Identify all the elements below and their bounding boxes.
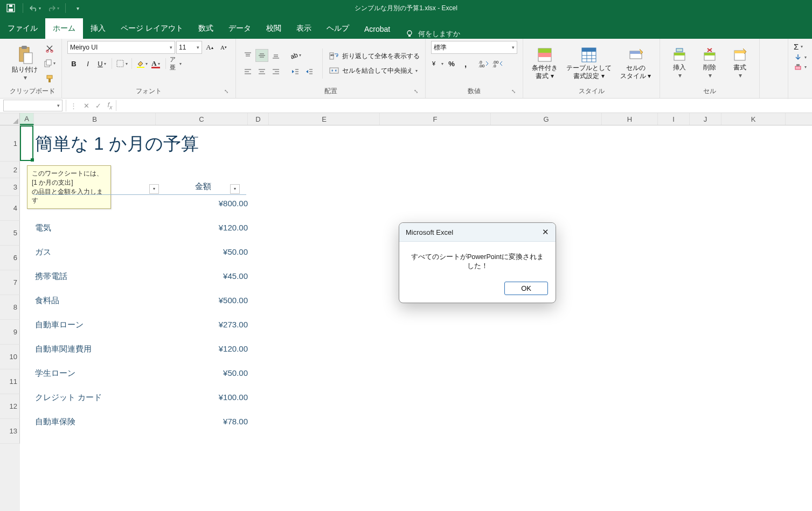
italic-icon[interactable]: I bbox=[81, 57, 94, 70]
row-header[interactable]: 5 bbox=[0, 221, 20, 246]
align-center-icon[interactable] bbox=[255, 65, 268, 78]
tab-page-layout[interactable]: ページ レイアウト bbox=[113, 18, 191, 39]
svg-rect-15 bbox=[137, 67, 144, 68]
delete-cells-button[interactable]: 削除▾ bbox=[696, 46, 724, 80]
formula-input[interactable] bbox=[116, 100, 812, 111]
tab-data[interactable]: データ bbox=[221, 18, 259, 39]
phonetic-icon[interactable]: ア亜▾ bbox=[169, 57, 182, 70]
col-header[interactable]: J bbox=[690, 113, 721, 125]
merge-center-button[interactable]: セルを結合して中央揃え▾ bbox=[329, 66, 420, 75]
col-header[interactable]: E bbox=[269, 113, 380, 125]
align-bottom-icon[interactable] bbox=[269, 49, 282, 62]
col-header[interactable]: D bbox=[248, 113, 269, 125]
font-color-icon[interactable]: A▾ bbox=[149, 57, 162, 70]
font-name-combo[interactable]: Meiryo UI▾ bbox=[67, 41, 175, 54]
row-header[interactable]: 7 bbox=[0, 270, 20, 295]
row-header[interactable]: 2 bbox=[0, 162, 20, 178]
conditional-format-button[interactable]: 条件付き 書式 ▾ bbox=[529, 46, 561, 81]
row-header[interactable]: 12 bbox=[0, 394, 20, 419]
select-all-corner[interactable] bbox=[0, 113, 20, 125]
namebox-handle-icon[interactable]: ⋮ bbox=[66, 102, 80, 110]
col-header[interactable]: H bbox=[602, 113, 658, 125]
row-header[interactable]: 4 bbox=[0, 196, 20, 221]
insert-cells-button[interactable]: 挿入▾ bbox=[665, 46, 693, 80]
wrap-text-button[interactable]: ab折り返して全体を表示する bbox=[329, 52, 420, 61]
col-header[interactable]: F bbox=[380, 113, 491, 125]
tab-formulas[interactable]: 数式 bbox=[191, 18, 221, 39]
ok-button[interactable]: OK bbox=[504, 282, 548, 295]
close-icon[interactable]: ✕ bbox=[542, 227, 549, 237]
cut-icon[interactable] bbox=[43, 42, 56, 55]
row-header[interactable]: 10 bbox=[0, 345, 20, 369]
format-cells-button[interactable]: 書式▾ bbox=[726, 46, 754, 80]
undo-icon[interactable]: ▾ bbox=[27, 2, 43, 15]
filter-button[interactable]: ▾ bbox=[230, 183, 240, 194]
autosum-icon[interactable]: Σ bbox=[794, 42, 799, 51]
row-header[interactable]: 1 bbox=[0, 125, 20, 162]
tab-file[interactable]: ファイル bbox=[0, 18, 45, 39]
fx-icon[interactable]: fx bbox=[104, 101, 116, 110]
decrease-decimal-icon[interactable]: .00.0 bbox=[491, 57, 504, 70]
col-header[interactable]: G bbox=[491, 113, 602, 125]
increase-decimal-icon[interactable]: .0.00 bbox=[477, 57, 490, 70]
tab-help[interactable]: ヘルプ bbox=[319, 18, 357, 39]
item-name: クレジット カード bbox=[35, 393, 102, 403]
underline-icon[interactable]: U▾ bbox=[95, 57, 108, 70]
percent-icon[interactable]: % bbox=[445, 57, 458, 70]
borders-icon[interactable]: ▾ bbox=[115, 57, 128, 70]
align-right-icon[interactable] bbox=[269, 65, 282, 78]
number-format-combo[interactable]: 標準▾ bbox=[431, 41, 517, 54]
row-header[interactable]: 3 bbox=[0, 178, 20, 196]
row-header[interactable]: 9 bbox=[0, 320, 20, 345]
qat-customize-icon[interactable]: ▾ bbox=[70, 2, 85, 15]
svg-rect-62 bbox=[674, 53, 685, 55]
align-left-icon[interactable] bbox=[241, 65, 254, 78]
row-header[interactable]: 8 bbox=[0, 295, 20, 320]
tab-insert[interactable]: 挿入 bbox=[83, 18, 113, 39]
filter-button[interactable]: ▾ bbox=[149, 183, 159, 194]
comma-icon[interactable]: , bbox=[459, 57, 472, 70]
col-header[interactable]: I bbox=[658, 113, 690, 125]
col-header[interactable]: C bbox=[156, 113, 248, 125]
clipboard-launcher-icon[interactable]: ⤡ bbox=[48, 88, 56, 96]
name-box[interactable]: ▾ bbox=[3, 100, 63, 111]
increase-indent-icon[interactable] bbox=[303, 65, 316, 78]
tab-home[interactable]: ホーム bbox=[45, 18, 83, 39]
align-launcher-icon[interactable]: ⤡ bbox=[412, 88, 420, 96]
svg-rect-54 bbox=[582, 48, 596, 52]
row-header[interactable]: 13 bbox=[0, 419, 20, 444]
tell-me-search[interactable]: 何をしますか bbox=[405, 29, 460, 39]
save-icon[interactable] bbox=[3, 2, 18, 15]
col-header[interactable]: A bbox=[20, 113, 34, 125]
format-painter-icon[interactable] bbox=[43, 72, 56, 85]
align-middle-icon[interactable] bbox=[255, 49, 268, 62]
align-top-icon[interactable] bbox=[241, 49, 254, 62]
tab-review[interactable]: 校閲 bbox=[259, 18, 289, 39]
active-cell[interactable] bbox=[20, 125, 33, 161]
cancel-formula-icon[interactable]: ✕ bbox=[80, 102, 92, 110]
paste-button[interactable]: 貼り付け▾ bbox=[9, 44, 41, 82]
tab-acrobat[interactable]: Acrobat bbox=[357, 19, 398, 39]
fill-icon[interactable] bbox=[794, 53, 802, 61]
accounting-format-icon[interactable]: ¥▾ bbox=[431, 57, 444, 70]
fill-color-icon[interactable]: ▾ bbox=[135, 57, 148, 70]
cell-styles-button[interactable]: セルの スタイル ▾ bbox=[617, 46, 654, 81]
bold-icon[interactable]: B bbox=[67, 57, 80, 70]
enter-formula-icon[interactable]: ✓ bbox=[92, 102, 104, 110]
font-size-combo[interactable]: 11▾ bbox=[176, 41, 202, 54]
decrease-indent-icon[interactable] bbox=[289, 65, 302, 78]
tab-view[interactable]: 表示 bbox=[289, 18, 319, 39]
row-header[interactable]: 6 bbox=[0, 246, 20, 270]
redo-icon[interactable]: ▾ bbox=[46, 2, 61, 15]
number-launcher-icon[interactable]: ⤡ bbox=[510, 88, 517, 96]
clear-icon[interactable] bbox=[794, 63, 802, 71]
grow-font-icon[interactable]: A▴ bbox=[203, 41, 216, 54]
font-launcher-icon[interactable]: ⤡ bbox=[223, 88, 230, 96]
format-as-table-button[interactable]: テーブルとして 書式設定 ▾ bbox=[563, 46, 615, 81]
copy-icon[interactable]: ▾ bbox=[43, 57, 56, 70]
orientation-icon[interactable]: ab▾ bbox=[289, 49, 302, 62]
col-header[interactable]: K bbox=[721, 113, 786, 125]
col-header[interactable]: B bbox=[34, 113, 156, 125]
shrink-font-icon[interactable]: A▾ bbox=[217, 41, 230, 54]
row-header[interactable]: 11 bbox=[0, 369, 20, 394]
